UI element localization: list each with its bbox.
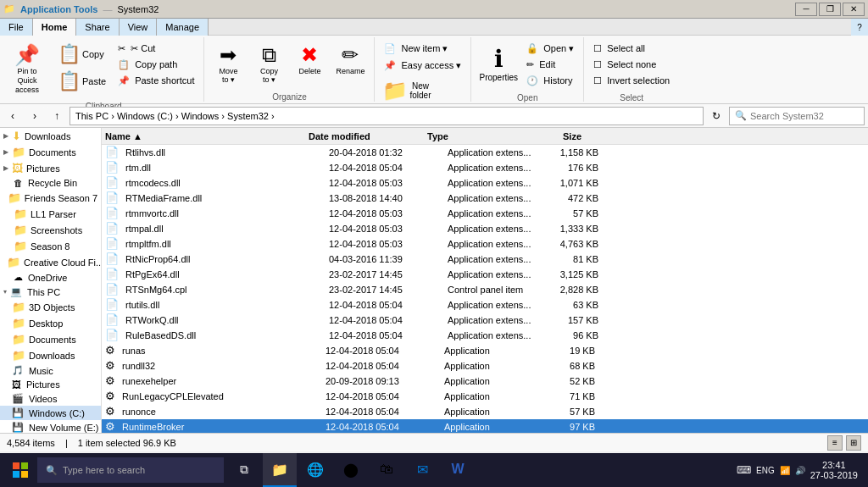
nav-item-onedrive[interactable]: ☁ OneDrive <box>0 270 101 285</box>
history-button[interactable]: 🕐History <box>522 73 578 88</box>
select-all-button[interactable]: ☐Select all <box>589 41 674 56</box>
nav-item-this-pc[interactable]: ▾ 💻 This PC <box>0 285 101 299</box>
close-button[interactable]: ✕ <box>843 3 865 16</box>
table-row[interactable]: 📄RTWorkQ.dll12-04-2018 05:04Application … <box>102 313 868 328</box>
nav-item-videos[interactable]: 🎬 Videos <box>0 391 101 406</box>
select-none-button[interactable]: ☐Select none <box>589 57 674 72</box>
taskbar-search-box[interactable]: 🔍 Type here to search <box>37 457 224 483</box>
paste-shortcut-button[interactable]: 📌Paste shortcut <box>114 73 198 88</box>
nav-item-friends-season[interactable]: 📁 Friends Season 7 <box>0 190 101 206</box>
file-explorer-app[interactable]: 📁 <box>263 453 297 487</box>
task-view-button[interactable]: ⧉ <box>227 453 261 487</box>
keyboard-icon: ⌨ <box>737 464 751 476</box>
rename-button[interactable]: ✏ Rename <box>331 41 369 78</box>
table-row[interactable]: ⚙runexehelper20-09-2018 09:13Application… <box>102 374 868 389</box>
rename-icon: ✏ <box>342 43 359 67</box>
col-header-date[interactable]: Date modified <box>305 131 424 141</box>
refresh-button[interactable]: ↻ <box>707 107 726 125</box>
delete-button[interactable]: ✖ Delete <box>291 41 328 78</box>
restore-button[interactable]: ❐ <box>819 3 841 16</box>
tab-manage[interactable]: Manage <box>157 19 209 36</box>
network-icon: 📶 <box>780 466 790 475</box>
properties-button[interactable]: ℹ Properties <box>476 41 520 86</box>
nav-item-new-volume[interactable]: 💾 New Volume (E:) <box>0 420 101 433</box>
tab-view[interactable]: View <box>120 19 158 36</box>
table-row[interactable]: ⚙RuntimeBroker12-04-2018 05:04Applicatio… <box>102 419 868 433</box>
paste-button[interactable]: 📋 Paste <box>53 68 110 95</box>
table-row[interactable]: 📄rtmcodecs.dll12-04-2018 05:03Applicatio… <box>102 175 868 191</box>
col-header-type[interactable]: Type <box>424 131 517 141</box>
mail-app[interactable]: ✉ <box>405 453 439 487</box>
minimize-button[interactable]: ─ <box>795 3 817 16</box>
nav-item-desktop[interactable]: 📁 Desktop <box>0 315 101 331</box>
table-row[interactable]: 📄RTMediaFrame.dll13-08-2018 14:40Applica… <box>102 191 868 206</box>
nav-item-downloads[interactable]: ▶ ⬇ Downloads <box>0 128 101 144</box>
view-large-icons-button[interactable]: ⊞ <box>846 435 861 451</box>
store-app[interactable]: 🛍 <box>370 453 403 487</box>
file-icon: 📄 <box>105 313 119 326</box>
chrome-app[interactable]: ⬤ <box>334 453 368 487</box>
table-row[interactable]: ⚙runonce12-04-2018 05:04Application57 KB <box>102 404 868 419</box>
table-row[interactable]: 📄RtNicProp64.dll04-03-2016 11:39Applicat… <box>102 252 868 267</box>
open-group: ℹ Properties 🔓Open ▾ ✏Edit 🕐History Open <box>471 37 584 102</box>
copy-button[interactable]: 📋 Copy <box>53 41 110 68</box>
move-to-button[interactable]: ➡ Moveto ▾ <box>209 41 247 86</box>
ribbon-help-button[interactable]: ? <box>851 19 868 36</box>
col-header-name[interactable]: Name ▲ <box>102 131 305 141</box>
forward-button[interactable]: › <box>25 107 44 125</box>
tab-share[interactable]: Share <box>76 19 119 36</box>
table-row[interactable]: ⚙runas12-04-2018 05:04Application19 KB <box>102 343 868 358</box>
nav-item-season8[interactable]: 📁 Season 8 <box>0 238 101 254</box>
table-row[interactable]: 📄rtmpal.dll12-04-2018 05:03Application e… <box>102 221 868 236</box>
tab-home[interactable]: Home <box>33 19 77 36</box>
invert-selection-button[interactable]: ☐Invert selection <box>589 73 674 88</box>
chrome-icon: ⬤ <box>343 462 359 478</box>
pin-to-quick-access-button[interactable]: 📌 Pin to Quickaccess <box>8 41 46 97</box>
col-header-size[interactable]: Size <box>517 131 585 141</box>
nav-item-pictures[interactable]: ▶ 🖼 Pictures <box>0 160 101 176</box>
table-row[interactable]: 📄rtm.dll12-04-2018 05:04Application exte… <box>102 160 868 175</box>
table-row[interactable]: 📄RtPgEx64.dll23-02-2017 14:45Application… <box>102 267 868 282</box>
new-folder-button[interactable]: 📁 Newfolder <box>380 76 417 105</box>
easy-access-button[interactable]: 📌Easy access ▾ <box>380 58 465 73</box>
file-list-area: Name ▲ Date modified Type Size 📄Rtlihvs.… <box>102 128 868 433</box>
tab-file[interactable]: File <box>0 19 33 36</box>
nav-item-documents2[interactable]: 📁 Documents <box>0 331 101 347</box>
table-row[interactable]: ⚙RunLegacyCPLElevated12-04-2018 05:04App… <box>102 389 868 404</box>
nav-item-downloads2[interactable]: 📁 Downloads <box>0 347 101 363</box>
nav-item-creative-cloud[interactable]: 📁 Creative Cloud Fi... <box>0 254 101 270</box>
copy-to-button[interactable]: ⧉ Copyto ▾ <box>250 41 287 86</box>
copy-path-button[interactable]: 📋Copy path <box>114 57 198 72</box>
table-row[interactable]: 📄rtutils.dll12-04-2018 05:04Application … <box>102 297 868 313</box>
open-button[interactable]: 🔓Open ▾ <box>522 41 578 56</box>
nav-item-screenshots[interactable]: 📁 Screenshots <box>0 222 101 238</box>
search-input[interactable] <box>750 111 852 121</box>
up-button[interactable]: ↑ <box>47 107 66 125</box>
edge-app[interactable]: 🌐 <box>298 453 332 487</box>
search-box[interactable]: 🔍 <box>729 107 865 125</box>
new-item-button[interactable]: 📄New item ▾ <box>380 41 452 56</box>
edit-button[interactable]: ✏Edit <box>522 57 578 72</box>
nav-item-music[interactable]: 🎵 Music <box>0 363 101 378</box>
word-icon: W <box>451 462 464 477</box>
nav-item-windows-c[interactable]: 💾 Windows (C:) <box>0 406 101 420</box>
word-app[interactable]: W <box>441 453 475 487</box>
nav-item-pictures2[interactable]: 🖼 Pictures <box>0 378 101 391</box>
back-button[interactable]: ‹ <box>3 107 22 125</box>
cut-button[interactable]: ✂✂ Cut <box>114 41 198 56</box>
system-clock[interactable]: 23:41 27-03-2019 <box>810 460 858 480</box>
table-row[interactable]: 📄rtmmvortc.dll12-04-2018 05:03Applicatio… <box>102 206 868 221</box>
view-details-button[interactable]: ≡ <box>827 435 843 451</box>
start-button[interactable] <box>3 453 37 487</box>
table-row[interactable]: 📄rtmpltfm.dll12-04-2018 05:03Application… <box>102 236 868 252</box>
table-row[interactable]: 📄Rtlihvs.dll20-04-2018 01:32Application … <box>102 145 868 160</box>
table-row[interactable]: ⚙rundll3212-04-2018 05:04Application68 K… <box>102 358 868 374</box>
nav-item-recycle-bin[interactable]: 🗑 Recycle Bin <box>0 176 101 190</box>
nav-item-3d-objects[interactable]: 📁 3D Objects <box>0 299 101 315</box>
paste-icon: 📋 <box>58 70 81 92</box>
nav-item-ll1-parser[interactable]: 📁 LL1 Parser <box>0 206 101 222</box>
table-row[interactable]: 📄RTSnMg64.cpl23-02-2017 14:45Control pan… <box>102 282 868 297</box>
nav-item-documents[interactable]: ▶ 📁 Documents <box>0 144 101 160</box>
table-row[interactable]: 📄RuleBasedDS.dll12-04-2018 05:04Applicat… <box>102 328 868 343</box>
address-box[interactable]: This PC › Windows (C:) › Windows › Syste… <box>70 107 704 125</box>
